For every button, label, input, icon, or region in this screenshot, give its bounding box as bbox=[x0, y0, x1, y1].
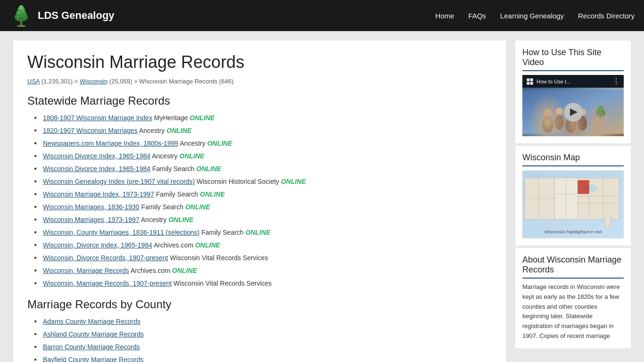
county-record-link[interactable]: Ashland County Marriage Records bbox=[43, 330, 144, 338]
breadcrumb-usa-count: (1,235,301) bbox=[41, 78, 73, 85]
statewide-record-link[interactable]: Wisconsin Divorce Index, 1965-1984 bbox=[43, 165, 150, 173]
svg-point-5 bbox=[19, 5, 24, 10]
svg-point-16 bbox=[555, 107, 563, 115]
main-nav: Home FAQs Learning Genealogy Records Dir… bbox=[435, 12, 635, 20]
record-provider: Wisconsin Vital Records Services bbox=[168, 254, 268, 262]
online-badge: ONLINE bbox=[166, 216, 193, 223]
nav-learning[interactable]: Learning Genealogy bbox=[500, 12, 564, 20]
statewide-record-item: Wisconsin, County Marriages, 1836-1911 (… bbox=[34, 228, 492, 238]
statewide-record-item: Wisconsin, Marriage Records Archives.com… bbox=[34, 266, 492, 276]
statewide-record-item: Wisconsin Marriages, 1973-1997 Ancestry … bbox=[34, 215, 492, 225]
record-provider: MyHeritage bbox=[152, 114, 188, 122]
sidebar-about-section: About Wisconsin Marriage Records Marriag… bbox=[515, 248, 631, 348]
nav-records[interactable]: Records Directory bbox=[578, 12, 635, 20]
record-provider: Family Search bbox=[199, 229, 243, 236]
svg-text:Wisconsin highlighted in red: Wisconsin highlighted in red bbox=[545, 229, 602, 234]
statewide-record-link[interactable]: Wisconsin, Divorce Records, 1907-present bbox=[43, 254, 168, 262]
svg-point-25 bbox=[598, 106, 603, 110]
online-badge: ONLINE bbox=[183, 203, 210, 211]
logo-text: LDS Genealogy bbox=[38, 9, 115, 22]
main-content: Wisconsin Marriage Records USA (1,235,30… bbox=[13, 41, 506, 362]
page-title: Wisconsin Marriage Records bbox=[27, 52, 492, 72]
video-label-bar: How to Use t... ⋮ bbox=[522, 75, 624, 88]
statewide-record-item: Wisconsin Genealogy Index (pre-1907 vita… bbox=[34, 177, 492, 187]
county-section-title: Marriage Records by County bbox=[27, 298, 492, 311]
svg-point-6 bbox=[18, 12, 20, 14]
breadcrumb: USA (1,235,301) > Wisconsin (25,059) > W… bbox=[27, 78, 492, 85]
statewide-record-link[interactable]: Wisconsin Divorce Index, 1965-1984 bbox=[43, 152, 150, 160]
statewide-record-link[interactable]: Wisconsin Genealogy Index (pre-1907 vita… bbox=[43, 178, 195, 185]
statewide-record-item: Wisconsin Marriage Index, 1973-1997 Fami… bbox=[34, 189, 492, 199]
nav-home[interactable]: Home bbox=[435, 12, 454, 20]
breadcrumb-usa[interactable]: USA bbox=[27, 78, 40, 85]
online-badge: ONLINE bbox=[188, 114, 215, 122]
record-provider: Archives.com bbox=[129, 267, 170, 274]
logo-area: LDS Genealogy bbox=[9, 4, 115, 27]
county-record-link[interactable]: Bayfield County Marriage Records bbox=[43, 356, 143, 362]
nav-faqs[interactable]: FAQs bbox=[468, 12, 486, 20]
sidebar-about-title: About Wisconsin Marriage Records bbox=[522, 255, 624, 279]
county-records-list: Adams County Marriage RecordsAshland Cou… bbox=[34, 317, 492, 362]
county-record-item: Adams County Marriage Records bbox=[34, 317, 492, 327]
online-badge: ONLINE bbox=[244, 229, 271, 236]
logo-icon bbox=[9, 4, 33, 27]
svg-rect-22 bbox=[600, 115, 601, 120]
statewide-record-item: 1820-1907 Wisconsin Marriages Ancestry O… bbox=[34, 126, 492, 136]
county-record-item: Bayfield County Marriage Records bbox=[34, 355, 492, 362]
statewide-record-link[interactable]: 1820-1907 Wisconsin Marriages bbox=[43, 127, 138, 134]
statewide-record-link[interactable]: Wisconsin, Marriage Records, 1907-presen… bbox=[43, 280, 172, 287]
map-image[interactable]: Wisconsin highlighted in red bbox=[522, 170, 624, 239]
online-badge: ONLINE bbox=[193, 241, 220, 249]
record-provider: Archives.com bbox=[152, 241, 193, 249]
statewide-record-link[interactable]: Wisconsin, Divorce Index, 1965-1984 bbox=[43, 241, 152, 249]
svg-rect-9 bbox=[527, 78, 529, 81]
svg-point-14 bbox=[544, 109, 552, 117]
statewide-record-link[interactable]: Wisconsin, Marriage Records bbox=[43, 267, 129, 274]
online-badge: ONLINE bbox=[165, 127, 191, 134]
statewide-record-link[interactable]: Newspapers.com Marriage Index, 1800s-199… bbox=[43, 140, 178, 147]
video-thumbnail[interactable]: How to Use t... ⋮ bbox=[522, 75, 624, 136]
svg-rect-40 bbox=[578, 180, 589, 194]
statewide-record-link[interactable]: Wisconsin, County Marriages, 1836-1911 (… bbox=[43, 229, 199, 236]
statewide-record-link[interactable]: 1808-1907 Wisconsin Marriage Index bbox=[43, 114, 152, 122]
breadcrumb-wisconsin-count: (25,059) bbox=[109, 78, 132, 85]
svg-point-41 bbox=[604, 214, 611, 228]
site-header: LDS Genealogy Home FAQs Learning Genealo… bbox=[0, 0, 644, 31]
record-provider: Ancestry bbox=[138, 127, 165, 134]
statewide-record-item: Wisconsin Divorce Index, 1965-1984 Ances… bbox=[34, 151, 492, 161]
statewide-record-item: Wisconsin Marriages, 1836-1930 Family Se… bbox=[34, 202, 492, 212]
record-provider: Family Search bbox=[150, 165, 194, 173]
county-record-link[interactable]: Adams County Marriage Records bbox=[43, 318, 140, 325]
content-wrapper: Wisconsin Marriage Records USA (1,235,30… bbox=[6, 36, 638, 362]
breadcrumb-current: Wisconsin Marriage Records (646) bbox=[139, 78, 233, 85]
video-more-icon: ⋮ bbox=[612, 77, 620, 86]
play-button[interactable] bbox=[564, 103, 583, 122]
sidebar-video-title: How to Use This Site Video bbox=[522, 48, 624, 71]
sidebar-about-text: Marriage records in Wisconsin were kept … bbox=[522, 282, 624, 341]
sidebar-map-section: Wisconsin Map bbox=[515, 146, 631, 246]
statewide-record-link[interactable]: Wisconsin Marriages, 1836-1930 bbox=[43, 203, 140, 211]
sidebar-map-title: Wisconsin Map bbox=[522, 153, 624, 166]
online-badge: ONLINE bbox=[279, 178, 306, 185]
statewide-record-item: Newspapers.com Marriage Index, 1800s-199… bbox=[34, 139, 492, 148]
record-provider: Wisconsin Historical Society bbox=[195, 178, 279, 185]
sidebar-video-section: How to Use This Site Video How to Use t.… bbox=[515, 41, 631, 143]
online-badge: ONLINE bbox=[170, 267, 197, 274]
online-badge: ONLINE bbox=[206, 140, 232, 147]
breadcrumb-wisconsin[interactable]: Wisconsin bbox=[80, 78, 107, 85]
statewide-record-link[interactable]: Wisconsin Marriages, 1973-1997 bbox=[43, 216, 140, 223]
svg-point-7 bbox=[23, 11, 25, 12]
svg-point-24 bbox=[597, 107, 604, 114]
county-record-link[interactable]: Barron County Marriage Records bbox=[43, 343, 140, 351]
statewide-records-list: 1808-1907 Wisconsin Marriage Index MyHer… bbox=[34, 113, 492, 288]
online-badge: ONLINE bbox=[198, 190, 225, 198]
svg-rect-12 bbox=[530, 82, 533, 84]
svg-point-1 bbox=[17, 25, 26, 27]
svg-rect-10 bbox=[530, 78, 533, 81]
statewide-record-item: Wisconsin Divorce Index, 1965-1984 Famil… bbox=[34, 164, 492, 174]
statewide-record-item: 1808-1907 Wisconsin Marriage Index MyHer… bbox=[34, 113, 492, 123]
svg-rect-11 bbox=[527, 82, 529, 84]
online-badge: ONLINE bbox=[178, 152, 205, 160]
statewide-record-link[interactable]: Wisconsin Marriage Index, 1973-1997 bbox=[43, 190, 154, 198]
page-wrapper: Wisconsin Marriage Records USA (1,235,30… bbox=[0, 31, 644, 362]
